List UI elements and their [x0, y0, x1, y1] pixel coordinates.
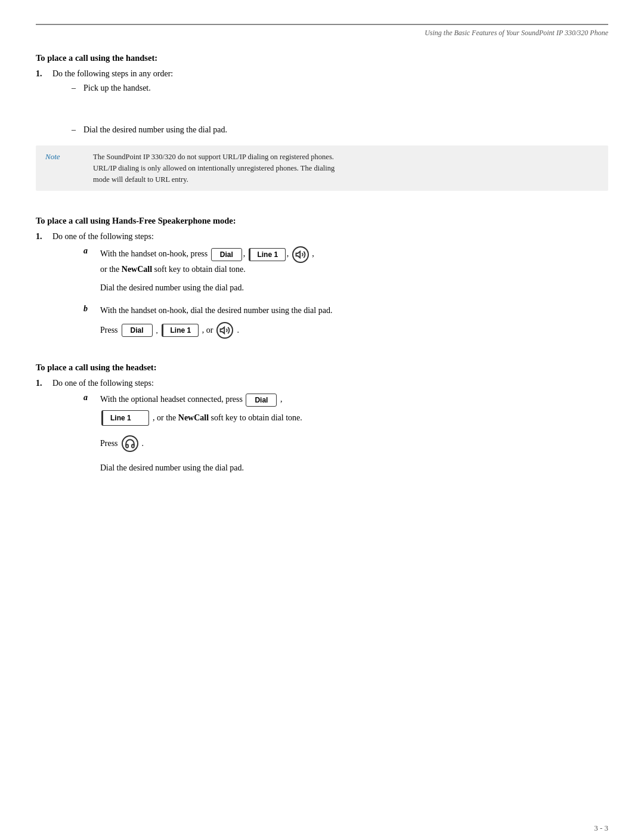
step1-text: Do the following steps in any order: — [52, 69, 173, 79]
sub-a-label: a — [83, 246, 100, 256]
bullet-pickup-text: Pick up the handset. — [83, 83, 151, 93]
sub-item-b-speaker: b With the handset on-hook, dial the des… — [83, 304, 608, 343]
sub-a-content: With the handset on-hook, press Dial, Li… — [100, 246, 608, 295]
step1-speaker-text: Do one of the following steps: — [52, 232, 154, 241]
line1-key-press-text: Line 1 — [170, 325, 191, 336]
line1-headset-text: Line 1 — [110, 413, 131, 424]
page-number: 3 - 3 — [594, 823, 608, 832]
step1-headset-text: Do one of the following steps: — [52, 379, 154, 388]
bullet-dial: – Dial the desired number using the dial… — [72, 125, 608, 135]
header-bar: Using the Basic Features of Your SoundPo… — [36, 24, 608, 41]
period1: . — [237, 324, 239, 337]
header-text: Using the Basic Features of Your SoundPo… — [425, 29, 608, 38]
sub-a-headset-label: a — [83, 393, 100, 402]
headset-dial-text: Dial the desired number using the dial p… — [100, 462, 608, 475]
spacer-sm3 — [100, 426, 608, 431]
newcall-bold: NewCall — [122, 265, 152, 274]
sub-item-a-headset: a With the optional headset connected, p… — [83, 393, 608, 475]
press-label2: Press — [100, 437, 118, 450]
spacer-sm1 — [100, 277, 608, 281]
svg-marker-1 — [221, 327, 225, 334]
line1-key-1: Line 1 — [249, 248, 286, 261]
bullet-dial-text: Dial the desired number using the dial p… — [83, 125, 227, 135]
comma-headset: , — [280, 395, 283, 404]
press-label: Press — [100, 324, 118, 337]
sub-a-text1: With the handset on-hook, press — [100, 249, 208, 258]
dial-key-1: Dial — [211, 248, 242, 261]
spacer-sm2 — [36, 299, 608, 304]
dial-key-press: Dial — [122, 324, 153, 337]
newcall-bold-headset: NewCall — [178, 413, 209, 422]
spacer-sm4 — [100, 457, 608, 462]
headset-icon — [122, 435, 138, 452]
line1-row-headset: Line 1 , or the NewCall soft key to obta… — [100, 410, 608, 426]
spacer2 — [36, 106, 608, 116]
dash2: – — [72, 125, 83, 135]
step1-headset-num: 1. — [36, 379, 52, 388]
sub-a-text2: or the NewCall soft key to obtain dial t… — [100, 265, 246, 274]
sub-a-dial-text: Dial the desired number using the dial p… — [100, 281, 608, 295]
sub-a-headset-content: With the optional headset connected, pre… — [100, 393, 608, 475]
section-divider1 — [36, 202, 608, 216]
footer-area: 3 - 3 — [594, 823, 608, 833]
or-text: , or — [202, 324, 213, 337]
section-divider2 — [36, 348, 608, 363]
step1-handset: 1. Do the following steps in any order: — [36, 69, 608, 79]
sub-item-a-speaker: a With the handset on-hook, press Dial, … — [83, 246, 608, 295]
speaker-icon-2 — [216, 322, 233, 339]
sub-b-text1: With the handset on-hook, dial the desir… — [100, 306, 332, 315]
section-handset-heading: To place a call using the handset: — [36, 53, 608, 63]
sub-a-headset-text2: , or the NewCall soft key to obtain dial… — [153, 411, 302, 425]
comma1: , — [156, 324, 158, 337]
line1-key-headset: Line 1 — [101, 410, 149, 426]
section-headset: To place a call using the headset: 1. Do… — [36, 363, 608, 475]
section-speakerphone: To place a call using Hands-Free Speaker… — [36, 216, 608, 343]
step1-speaker-num: 1. — [36, 232, 52, 241]
step1-speaker: 1. Do one of the following steps: — [36, 232, 608, 241]
spacer1 — [36, 97, 608, 106]
svg-marker-0 — [296, 252, 300, 258]
step1-num: 1. — [36, 69, 52, 79]
section-headset-heading: To place a call using the headset: — [36, 363, 608, 373]
note-line2: URL/IP dialing is only allowed on intent… — [93, 163, 335, 174]
section-handset: To place a call using the handset: 1. Do… — [36, 53, 608, 135]
note-line1: The SoundPoint IP 330/320 do not support… — [93, 151, 335, 163]
speaker-icon-1 — [292, 246, 309, 263]
content-area: To place a call using the handset: 1. Do… — [36, 41, 608, 475]
line1-key-1-text: Line 1 — [257, 249, 278, 261]
note-text: The SoundPoint IP 330/320 do not support… — [93, 151, 335, 185]
bullet-pickup: – Pick up the handset. — [72, 83, 608, 93]
sub-b-content: With the handset on-hook, dial the desir… — [100, 304, 608, 343]
line1-key-press: Line 1 — [162, 324, 199, 337]
sub-b-label: b — [83, 304, 100, 314]
dial-key-headset: Dial — [246, 394, 277, 407]
step1-headset: 1. Do one of the following steps: — [36, 379, 608, 388]
press-row-headset: Press . — [100, 435, 608, 452]
press-row-speaker: Press Dial , Line 1 , or — [100, 322, 608, 339]
note-label: Note — [45, 151, 93, 185]
note-line3: mode will default to URL entry. — [93, 174, 335, 185]
spacer3 — [36, 116, 608, 125]
page-container: Using the Basic Features of Your SoundPo… — [0, 24, 644, 833]
note-block: Note The SoundPoint IP 330/320 do not su… — [36, 145, 608, 191]
sub-a-headset-text1: With the optional headset connected, pre… — [100, 395, 243, 404]
section-speakerphone-heading: To place a call using Hands-Free Speaker… — [36, 216, 608, 226]
dash1: – — [72, 83, 83, 93]
headset-period: . — [142, 437, 144, 450]
